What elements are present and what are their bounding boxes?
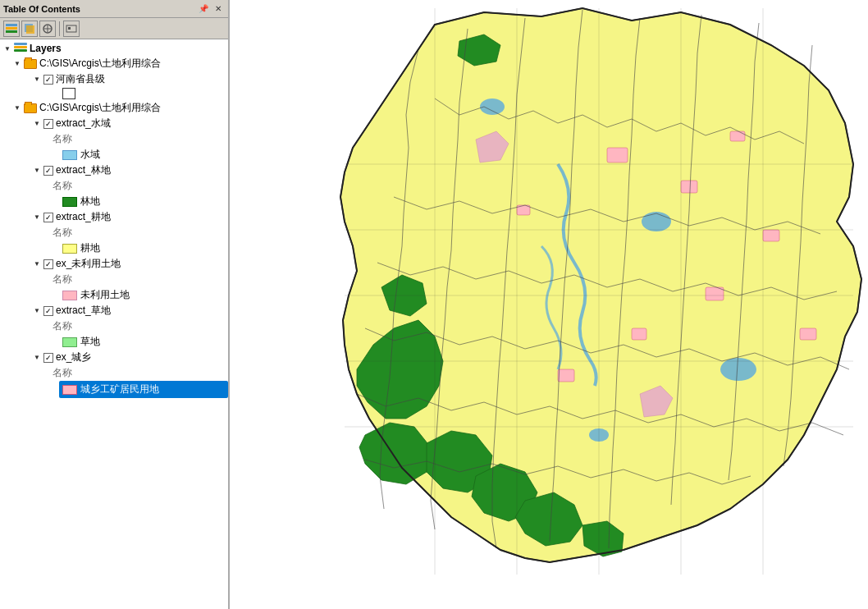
gengdi-swatch xyxy=(62,244,77,254)
weili-checkbox[interactable] xyxy=(43,259,53,269)
chengxiang-legend-label: 城乡工矿居民用地 xyxy=(80,382,159,396)
chengxiang-checkbox[interactable] xyxy=(43,353,53,363)
group1-row: ▼ C:\GIS\Arcgis\土地利用综合 xyxy=(10,56,228,71)
chengxiang-expand[interactable]: ▼ xyxy=(33,354,41,362)
group1-name: C:\GIS\Arcgis\土地利用综合 xyxy=(39,57,161,71)
shuiyu-checkbox[interactable] xyxy=(43,119,53,129)
lindi-swatch xyxy=(62,197,77,207)
toc-title: Table Of Contents xyxy=(3,4,80,14)
svg-rect-4 xyxy=(26,25,34,34)
map-area[interactable] xyxy=(230,0,868,609)
toc-toolbar xyxy=(0,18,228,39)
folder-icon-2 xyxy=(24,103,37,113)
caodi-legend-label: 草地 xyxy=(80,335,100,349)
group1-expand-icon[interactable]: ▼ xyxy=(13,60,21,68)
pin-icon[interactable]: 📌 xyxy=(197,2,210,16)
henan-county-row: ▼ 河南省县级 xyxy=(30,71,228,87)
weili-group: ▼ ex_未利用土地 名称 未利用土地 xyxy=(20,256,228,303)
gengdi-expand[interactable]: ▼ xyxy=(33,213,41,222)
caodi-swatch xyxy=(62,337,77,347)
chengxiang-row: ▼ ex_城乡 xyxy=(30,350,228,365)
henan-county-checkbox[interactable] xyxy=(43,75,53,85)
gengdi-label: extract_耕地 xyxy=(56,210,111,224)
lindi-checkbox[interactable] xyxy=(43,166,53,176)
svg-rect-16 xyxy=(681,181,697,193)
weili-swatch xyxy=(62,291,77,300)
gengdi-checkbox[interactable] xyxy=(43,213,53,222)
toc-group-1: ▼ C:\GIS\Arcgis\土地利用综合 ▼ 河南省县级 xyxy=(10,56,228,99)
gengdi-field: 名称 xyxy=(49,225,228,240)
svg-rect-21 xyxy=(763,230,779,241)
toc-header: Table Of Contents 📌 ✕ xyxy=(0,0,228,18)
shuiyu-row: ▼ extract_水域 xyxy=(30,116,228,131)
caodi-label: extract_草地 xyxy=(56,304,111,318)
lindi-row: ▼ extract_林地 xyxy=(30,163,228,178)
svg-rect-23 xyxy=(800,328,816,340)
group2-layers: ▼ extract_水域 名称 水域 ▼ xyxy=(20,116,228,398)
svg-point-11 xyxy=(642,212,671,231)
chengxiang-group: ▼ ex_城乡 名称 城乡工矿居民用地 xyxy=(20,350,228,398)
svg-rect-8 xyxy=(66,25,76,32)
gengdi-legend: 耕地 xyxy=(59,240,228,256)
visibility-button[interactable] xyxy=(63,21,80,37)
caodi-checkbox[interactable] xyxy=(43,306,53,316)
gengdi-row: ▼ extract_耕地 xyxy=(30,209,228,225)
weili-legend-label: 未利用土地 xyxy=(80,288,130,302)
layers-expand-icon[interactable]: ▼ xyxy=(3,44,11,53)
map-svg xyxy=(230,0,868,609)
svg-rect-18 xyxy=(632,328,646,340)
list-view-button[interactable] xyxy=(3,21,20,37)
lindi-field: 名称 xyxy=(49,178,228,194)
weili-field: 名称 xyxy=(49,272,228,287)
henan-county-group: ▼ 河南省县级 xyxy=(20,71,228,99)
henan-county-expand[interactable]: ▼ xyxy=(33,76,41,84)
caodi-legend: 草地 xyxy=(59,334,228,350)
chengxiang-legend[interactable]: 城乡工矿居民用地 xyxy=(59,381,228,398)
chengxiang-label: ex_城乡 xyxy=(56,350,91,364)
weili-legend: 未利用土地 xyxy=(59,287,228,303)
shuiyu-legend: 水域 xyxy=(59,147,228,163)
chengxiang-field: 名称 xyxy=(49,365,228,381)
caodi-group: ▼ extract_草地 名称 草地 xyxy=(20,303,228,350)
folder-icon-1 xyxy=(24,59,37,69)
shuiyu-expand[interactable]: ▼ xyxy=(33,120,41,128)
gengdi-group: ▼ extract_耕地 名称 耕地 xyxy=(20,209,228,256)
gengdi-legend-label: 耕地 xyxy=(80,241,100,255)
group2-expand-icon[interactable]: ▼ xyxy=(13,104,21,112)
svg-rect-19 xyxy=(558,369,574,382)
weili-expand[interactable]: ▼ xyxy=(33,260,41,268)
caodi-expand[interactable]: ▼ xyxy=(33,307,41,315)
shuiyu-label: extract_水域 xyxy=(56,117,111,130)
lindi-expand[interactable]: ▼ xyxy=(33,167,41,175)
toc-panel: Table Of Contents 📌 ✕ xyxy=(0,0,230,609)
shuiyu-legend-label: 水域 xyxy=(80,148,100,162)
lindi-label: extract_林地 xyxy=(56,163,111,177)
henan-county-symbol xyxy=(62,88,75,99)
lindi-legend-label: 林地 xyxy=(80,195,100,208)
draw-order-button[interactable] xyxy=(21,21,38,37)
toc-header-icons: 📌 ✕ xyxy=(197,2,225,16)
henan-county-label: 河南省县级 xyxy=(56,72,105,86)
chengxiang-swatch xyxy=(62,385,77,395)
group2-row: ▼ C:\GIS\Arcgis\土地利用综合 xyxy=(10,100,228,116)
source-button[interactable] xyxy=(39,21,56,37)
svg-rect-1 xyxy=(6,27,17,30)
weili-row: ▼ ex_未利用土地 xyxy=(30,256,228,272)
svg-rect-2 xyxy=(6,30,17,33)
svg-rect-9 xyxy=(68,27,71,30)
close-icon[interactable]: ✕ xyxy=(212,2,225,16)
lindi-group: ▼ extract_林地 名称 林地 xyxy=(20,163,228,209)
toc-group-2: ▼ C:\GIS\Arcgis\土地利用综合 ▼ extract_水域 名称 xyxy=(10,100,228,398)
layers-label: Layers xyxy=(30,43,62,54)
shuiyu-group: ▼ extract_水域 名称 水域 xyxy=(20,116,228,163)
svg-rect-22 xyxy=(730,131,745,141)
weili-label: ex_未利用土地 xyxy=(56,257,121,271)
caodi-field: 名称 xyxy=(49,318,228,334)
group2-name: C:\GIS\Arcgis\土地利用综合 xyxy=(39,101,161,115)
lindi-legend: 林地 xyxy=(59,194,228,209)
layers-root: ▼ Layers xyxy=(0,41,228,56)
shuiyu-field: 名称 xyxy=(49,131,228,147)
svg-rect-15 xyxy=(607,148,628,163)
caodi-row: ▼ extract_草地 xyxy=(30,303,228,318)
layers-icon xyxy=(14,43,27,54)
